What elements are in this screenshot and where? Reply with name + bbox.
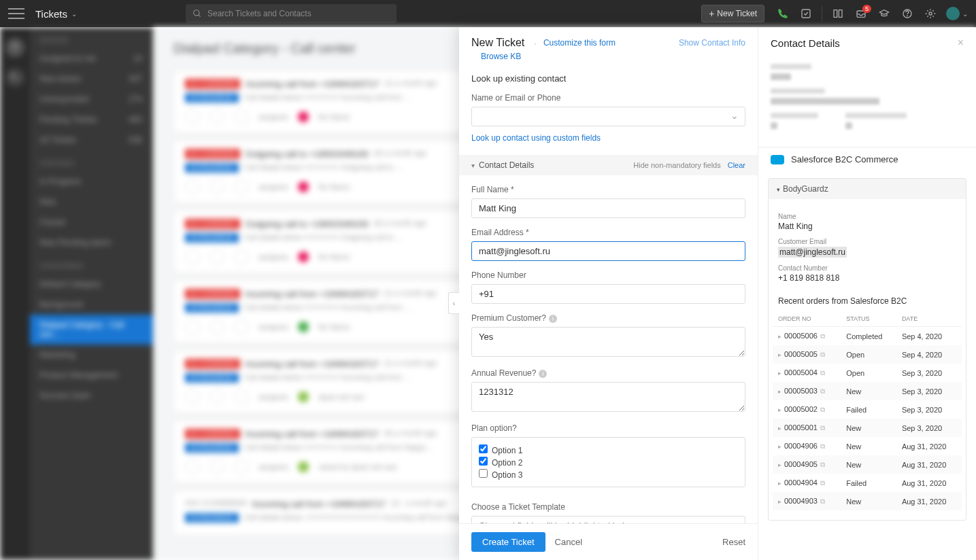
app-menu-icon[interactable] [8, 8, 24, 19]
svg-point-0 [194, 10, 199, 16]
gear-icon[interactable] [920, 3, 941, 24]
check-box-icon[interactable] [796, 3, 816, 24]
plus-icon: + [709, 8, 714, 19]
new-ticket-button[interactable]: +New Ticket [701, 5, 764, 22]
svg-point-5 [907, 16, 908, 16]
user-avatar[interactable] [946, 7, 960, 20]
global-search[interactable]: Search Tickets and Contacts [186, 4, 397, 23]
graduation-icon[interactable] [874, 3, 894, 24]
chevron-down-icon[interactable]: ⌄ [71, 10, 77, 18]
search-placeholder: Search Tickets and Contacts [207, 9, 312, 18]
topbar: Tickets ⌄ Search Tickets and Contacts +N… [0, 0, 976, 27]
inbox-icon[interactable]: 5 [851, 3, 871, 24]
svg-line-1 [199, 15, 201, 17]
avatar-chevron-icon[interactable]: ⌄ [962, 10, 968, 18]
svg-rect-2 [802, 10, 810, 18]
svg-point-6 [929, 12, 932, 15]
search-icon [192, 9, 202, 18]
phone-icon[interactable] [773, 3, 793, 24]
topbar-title[interactable]: Tickets [35, 8, 67, 20]
book-icon[interactable] [828, 3, 848, 24]
help-icon[interactable] [897, 3, 918, 24]
notification-badge: 5 [862, 5, 871, 13]
